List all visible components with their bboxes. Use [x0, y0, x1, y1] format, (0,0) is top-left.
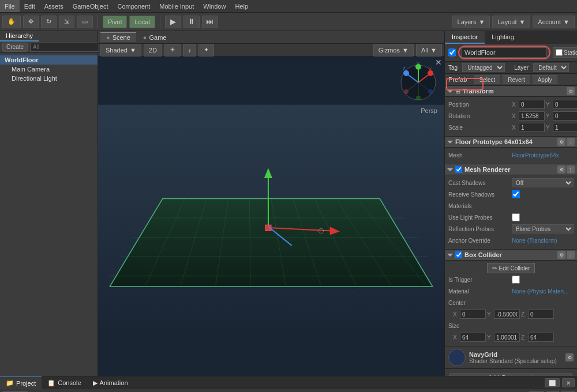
lighting-tab[interactable]: Lighting [485, 31, 521, 44]
project-tab[interactable]: 📁 Project [0, 376, 42, 389]
use-light-probes-checkbox[interactable] [512, 213, 520, 221]
reflection-probes-select[interactable]: Blend Probes [512, 224, 574, 233]
scene-tab[interactable]: ● Scene [100, 32, 136, 42]
hierarchy-item-directional-light[interactable]: Directional Light [0, 74, 98, 83]
rot-y-input[interactable] [553, 111, 577, 120]
game-icon: ● [143, 34, 147, 41]
bottom-maximize-button[interactable]: ⬜ [545, 378, 560, 387]
apply-button[interactable]: Apply [533, 75, 557, 84]
hierarchy-create-button[interactable]: Create [2, 43, 28, 52]
menu-bar: File Edit Assets GameObject Component Mo… [0, 0, 577, 13]
box-collider-body: ✏ Edit Collider Is Trigger Material None… [445, 261, 577, 346]
receive-shadows-checkbox[interactable] [512, 190, 520, 198]
menu-file[interactable]: File [0, 0, 20, 12]
scene-view[interactable]: X Y Z ✕ Persp [98, 56, 444, 376]
layer-dropdown[interactable]: Default [533, 63, 569, 72]
position-values: X Y Z [512, 100, 577, 109]
nav-gizmo[interactable]: X Y Z [398, 62, 439, 103]
add-component-button[interactable]: Add Component [449, 374, 572, 376]
layout-dropdown[interactable]: Layout ▼ [492, 16, 530, 28]
gizmos-dropdown[interactable]: Gizmos ▼ [373, 44, 414, 56]
box-collider-checkbox[interactable] [455, 251, 462, 258]
cast-shadows-row: Cast Shadows Off [448, 178, 574, 188]
navy-grid-settings-icon[interactable]: ⚙ [565, 353, 574, 361]
menu-window[interactable]: Window [198, 0, 230, 12]
scene-toolbar: Shaded ▼ 2D ☀ ♪ ✦ Gizmos ▼ All ▼ [98, 44, 444, 56]
pos-y-input[interactable] [553, 100, 577, 109]
hierarchy-tab[interactable]: Hierarchy [0, 31, 39, 42]
mesh-renderer-more-icon[interactable]: ⋮ [567, 165, 575, 174]
pos-x-input[interactable] [519, 100, 545, 109]
transform-component-header[interactable]: ⊞ Transform ⚙ [445, 86, 577, 97]
account-dropdown[interactable]: Account ▼ [533, 16, 575, 28]
rotate-tool-button[interactable]: ↻ [41, 16, 57, 28]
hierarchy-search-input[interactable] [30, 43, 109, 52]
game-tab[interactable]: ● Game [137, 33, 173, 42]
mesh-renderer-header[interactable]: Mesh Renderer ⚙ ⋮ [445, 164, 577, 175]
svg-point-42 [428, 89, 433, 94]
static-field[interactable]: Static ▼ [553, 47, 577, 58]
select-button[interactable]: Select [474, 75, 500, 84]
animation-tab[interactable]: ▶ Animation [87, 376, 134, 389]
rect-tool-button[interactable]: ▭ [77, 16, 93, 28]
audio-toggle[interactable]: ♪ [183, 44, 197, 56]
box-collider-icons: ⚙ ⋮ [557, 251, 575, 259]
bottom-tab-controls: ⬜ ✕ [545, 378, 577, 387]
scene-close-button[interactable]: ✕ [435, 58, 442, 67]
center-z-input[interactable] [528, 310, 554, 319]
local-button[interactable]: Local [129, 16, 155, 28]
menu-edit[interactable]: Edit [20, 0, 40, 12]
bottom-close-button[interactable]: ✕ [562, 378, 575, 387]
mesh-renderer-settings-icon[interactable]: ⚙ [557, 165, 565, 174]
transform-icon: ⊞ [455, 88, 460, 95]
scale-y-input[interactable] [553, 123, 577, 132]
size-y-input[interactable] [494, 333, 520, 342]
hierarchy-item-main-camera[interactable]: Main Camera [0, 65, 98, 74]
floor-prototype-header[interactable]: Floor Prototype 64x01x64 ⚙ ⋮ [445, 137, 577, 148]
scale-tool-button[interactable]: ⇲ [59, 16, 74, 28]
object-name-input[interactable] [462, 47, 547, 58]
shaded-dropdown[interactable]: Shaded ▼ [100, 44, 141, 56]
rot-x-input[interactable] [519, 111, 545, 120]
navy-grid-preview[interactable] [448, 349, 466, 366]
mesh-renderer-checkbox[interactable] [455, 166, 462, 173]
box-collider-header[interactable]: Box Collider ⚙ ⋮ [445, 250, 577, 261]
triangle-icon [447, 90, 453, 93]
edit-collider-button[interactable]: ✏ Edit Collider [487, 263, 535, 273]
scale-x-input[interactable] [519, 123, 545, 132]
floor-settings-icon[interactable]: ⚙ [557, 138, 565, 146]
size-z-input[interactable] [528, 333, 554, 342]
center-x-input[interactable] [460, 310, 486, 319]
effect-toggle[interactable]: ✦ [198, 44, 214, 56]
all-dropdown[interactable]: All ▼ [416, 44, 442, 56]
box-collider-settings-icon[interactable]: ⚙ [557, 251, 565, 259]
move-tool-button[interactable]: ✥ [23, 16, 39, 28]
menu-mobile-input[interactable]: Mobile Input [155, 0, 198, 12]
tag-dropdown[interactable]: Untagged [462, 63, 505, 72]
floor-more-icon[interactable]: ⋮ [567, 138, 575, 146]
center-y-input[interactable] [494, 310, 520, 319]
object-active-checkbox[interactable] [448, 48, 456, 56]
play-button[interactable]: ▶ [165, 16, 181, 28]
hand-tool-button[interactable]: ✋ [2, 16, 21, 28]
transform-settings-icon[interactable]: ⚙ [567, 87, 575, 95]
is-trigger-checkbox[interactable] [512, 276, 520, 284]
cast-shadows-select[interactable]: Off [512, 178, 574, 187]
menu-gameobject[interactable]: GameObject [68, 0, 113, 12]
revert-button[interactable]: Revert [503, 75, 530, 84]
size-x-input[interactable] [460, 333, 486, 342]
menu-help[interactable]: Help [230, 0, 253, 12]
menu-assets[interactable]: Assets [40, 0, 68, 12]
menu-component[interactable]: Component [113, 0, 155, 12]
pause-button[interactable]: ⏸ [183, 16, 200, 28]
console-tab[interactable]: 📋 Console [42, 376, 87, 389]
twod-button[interactable]: 2D [144, 44, 162, 56]
layers-dropdown[interactable]: Layers ▼ [452, 16, 490, 28]
light-toggle[interactable]: ☀ [164, 44, 181, 56]
step-button[interactable]: ⏭ [202, 16, 218, 28]
pivot-button[interactable]: Pivot [103, 16, 127, 28]
static-checkbox[interactable] [556, 49, 563, 56]
box-collider-more-icon[interactable]: ⋮ [567, 251, 575, 259]
hierarchy-item-worldfloor[interactable]: WorldFloor [0, 55, 98, 65]
inspector-tab[interactable]: Inspector [445, 31, 485, 44]
